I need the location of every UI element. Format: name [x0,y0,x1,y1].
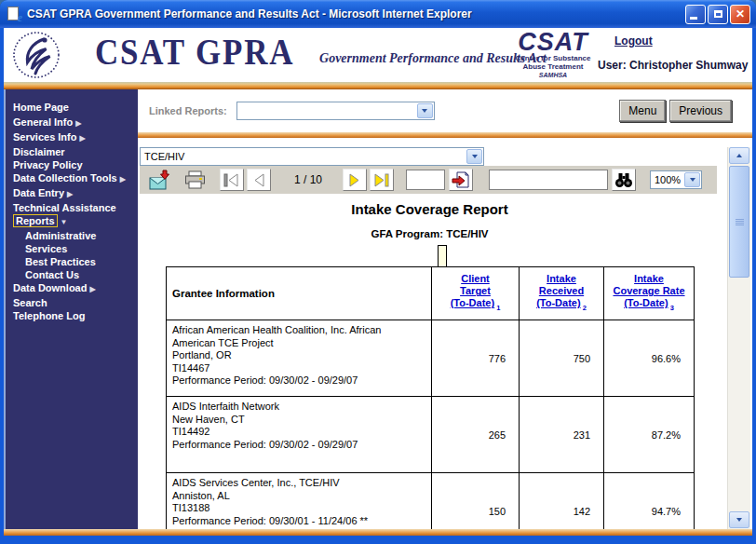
table-row: AIDS Interfaith Network New Haven, CT TI… [167,397,695,473]
zoom-level-select[interactable]: 100% [650,170,702,189]
footnote-marker: 3 [670,304,674,312]
report-program-label: GFA Program: TCE/HIV [166,228,694,239]
header-divider-bar [4,82,752,89]
column-header-intake-received[interactable]: IntakeReceived(To-Date)2 [520,267,604,320]
coverage-rate-value: 96.6% [604,320,695,397]
intake-received-value: 231 [520,397,604,473]
logged-in-user: User: Christopher Shumway [598,59,748,72]
footnote-marker: 1 [496,304,500,312]
grant-id: TI14467 [172,362,425,375]
first-page-button[interactable] [220,169,244,191]
browser-window: e CSAT GPRA Government Performance and R… [0,0,756,544]
submenu-arrow-icon: ▶ [120,175,126,184]
dropdown-arrow-icon[interactable] [684,172,700,187]
report-canvas: Intake Coverage Report GFA Program: TCE/… [138,194,727,529]
grantee-info-cell: African American Health Coalition, Inc. … [167,320,432,397]
coverage-rate-value: 94.7% [604,473,695,530]
intake-coverage-table: Grantee Information ClientTarget(To-Date… [166,266,695,529]
sidebar-item-services[interactable]: Services [13,242,138,255]
internet-explorer-document-icon: e [7,7,22,22]
sidebar-item-disclaimer[interactable]: Disclaimer [13,145,138,158]
next-page-button[interactable] [343,169,367,191]
report-viewer: TCE/HIV [138,138,752,529]
submenu-arrow-icon: ▶ [67,190,73,198]
table-row: AIDS Services Center, Inc., TCE/HIV Anni… [167,473,695,530]
csat-logo-acronym: CSAT [501,30,605,54]
linked-reports-select[interactable] [236,102,435,120]
grantee-name: African American Health Coalition, Inc. … [172,324,425,349]
csat-samhsa-logo: CSAT Center for Substance Abuse Treatmen… [501,30,605,79]
sidebar-item-general-info[interactable]: General Info▶ [13,116,138,130]
client-target-value: 265 [432,397,520,473]
submenu-arrow-icon: ▶ [89,285,95,293]
grantee-info-cell: AIDS Services Center, Inc., TCE/HIV Anni… [167,473,432,530]
csat-logo-line3: SAMHSA [501,71,605,79]
sidebar-item-technical-assistance[interactable]: Technical Assistance [13,201,138,214]
sidebar-item-privacy-policy[interactable]: Privacy Policy [13,158,138,171]
grant-id: TI14492 [172,426,425,439]
column-header-client-target[interactable]: ClientTarget(To-Date)1 [432,267,520,320]
table-row: African American Health Coalition, Inc. … [167,320,695,397]
report-parameter-box [438,245,447,267]
browser-client-area: CSAT GPRA Government Performance and Res… [4,28,752,536]
window-controls: ✕ [685,5,756,24]
sidebar-item-data-collection-tools[interactable]: Data Collection Tools▶ [13,171,138,186]
linked-reports-bar: Linked Reports: Menu Previous [138,89,752,132]
main-content: Linked Reports: Menu Previous TCE/HIV [138,89,752,529]
close-button[interactable]: ✕ [730,5,750,24]
sidebar-item-data-download[interactable]: Data Download▶ [13,281,138,296]
sidebar-item-telephone-log[interactable]: Telephone Log [13,309,138,322]
grant-id: TI13188 [172,502,425,515]
submenu-arrow-icon: ▼ [61,218,68,226]
report-program-select[interactable]: TCE/HIV [140,147,484,166]
performance-period: Performance Period: 09/30/01 - 11/24/06 … [172,515,425,528]
last-page-button[interactable] [370,169,394,191]
dropdown-arrow-icon[interactable] [466,149,482,164]
sidebar-item-administrative[interactable]: Administrative [13,229,138,242]
intake-received-value: 750 [520,320,604,397]
goto-page-input[interactable] [406,170,445,190]
sidebar-item-search[interactable]: Search [13,296,138,309]
performance-period: Performance Period: 09/30/02 - 09/29/07 [172,374,425,388]
scrollbar-thumb[interactable] [729,166,749,278]
column-header-intake-coverage-rate[interactable]: IntakeCoverage Rate(To-Date)3 [604,267,695,320]
grantee-location: Anniston, AL [172,490,425,503]
client-target-value: 150 [432,473,520,530]
sidebar-item-contact-us[interactable]: Contact Us [13,268,138,281]
grantee-name: AIDS Services Center, Inc., TCE/HIV [172,477,425,490]
previous-page-button[interactable] [247,169,271,191]
linked-reports-label: Linked Reports: [149,105,227,116]
sidebar-item-reports[interactable]: Reports▼ [13,214,138,229]
grantee-info-cell: AIDS Interfaith Network New Haven, CT TI… [167,397,432,473]
submenu-arrow-icon: ▶ [75,119,81,128]
logout-link[interactable]: Logout [614,34,653,48]
submenu-arrow-icon: ▶ [79,134,85,143]
coverage-rate-value: 87.2% [604,397,695,473]
vertical-scrollbar[interactable] [727,147,750,529]
report-title: Intake Coverage Report [166,201,694,217]
goto-page-button[interactable] [449,169,473,191]
scroll-down-button[interactable] [729,511,749,528]
previous-button[interactable]: Previous [669,100,732,122]
sidebar-item-data-entry[interactable]: Data Entry▶ [13,186,138,201]
print-icon[interactable] [184,170,207,189]
dropdown-arrow-icon[interactable] [417,103,433,118]
export-icon[interactable] [149,170,171,190]
search-text-input[interactable] [489,170,608,190]
grantee-name: AIDS Interfaith Network [172,401,425,414]
minimize-button[interactable] [685,5,706,24]
menu-button[interactable]: Menu [619,100,666,122]
bottom-divider-bar [4,529,752,536]
app-header: CSAT GPRA Government Performance and Res… [4,28,752,82]
window-title: CSAT GPRA Government Performance and Res… [27,7,472,20]
maximize-button[interactable] [708,5,728,24]
scroll-up-button[interactable] [729,147,749,164]
report-toolbar: 1 / 10 [140,166,717,194]
csat-logo-line2: Abuse Treatment [501,62,605,71]
sidebar-item-best-practices[interactable]: Best Practices [13,255,138,268]
sidebar-item-services-info[interactable]: Services Info▶ [13,130,138,145]
intake-received-value: 142 [520,473,604,530]
find-icon[interactable] [612,169,636,191]
sidebar-item-home-page[interactable]: Home Page [13,101,138,116]
title-bar: e CSAT GPRA Government Performance and R… [0,0,756,28]
